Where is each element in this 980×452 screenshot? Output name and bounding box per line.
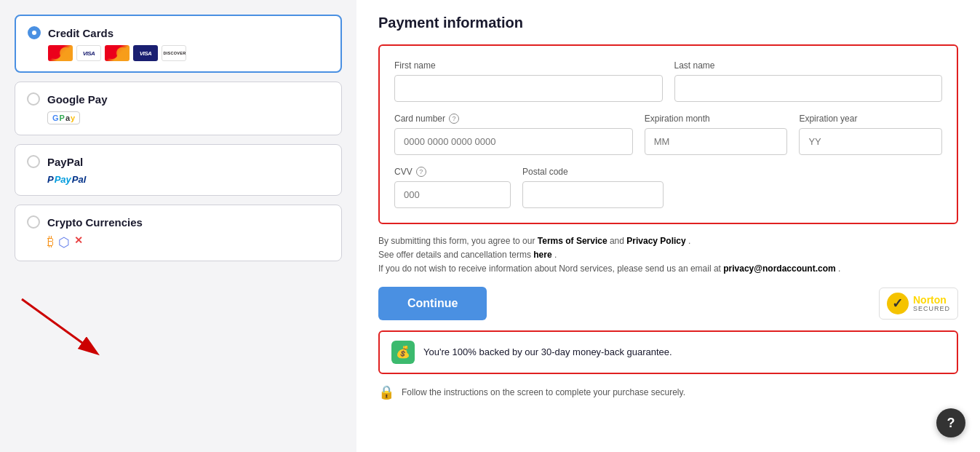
card-number-label: Card number ? bbox=[394, 114, 633, 124]
disclaimer: By submitting this form, you agree to ou… bbox=[378, 234, 958, 277]
cvv-input[interactable] bbox=[394, 181, 511, 208]
follow-text: Follow the instructions on the screen to… bbox=[402, 387, 685, 397]
postal-label: Postal code bbox=[522, 167, 664, 177]
first-name-input[interactable] bbox=[394, 75, 663, 102]
continue-row: Continue ✓ Norton SECURED bbox=[378, 287, 958, 320]
google-pay-label: Google Pay bbox=[47, 93, 108, 106]
option-header-google-pay: Google Pay bbox=[27, 92, 330, 106]
lock-icon: 🔒 bbox=[378, 384, 394, 400]
svg-line-1 bbox=[22, 299, 87, 346]
paypal-label: PayPal bbox=[47, 156, 83, 168]
xrp-icon: ✕ bbox=[74, 234, 83, 250]
ethereum-icon: ⬡ bbox=[58, 234, 70, 250]
expiration-year-group: Expiration year bbox=[799, 114, 942, 155]
gpay-badge: GPay bbox=[47, 111, 80, 124]
norton-check-icon: ✓ bbox=[887, 293, 909, 314]
visa-white-icon: VISA bbox=[76, 45, 101, 61]
right-panel: Payment information First name Last name… bbox=[356, 0, 980, 452]
payment-option-credit-cards[interactable]: Credit Cards VISA VISA bbox=[15, 15, 342, 73]
cvv-group: CVV ? bbox=[394, 167, 511, 208]
bitcoin-icon: ₿ bbox=[47, 234, 54, 250]
radio-crypto[interactable] bbox=[27, 215, 40, 229]
follow-row: 🔒 Follow the instructions on the screen … bbox=[378, 384, 958, 400]
last-name-label: Last name bbox=[674, 60, 943, 71]
guarantee-text: You're 100% backed by our 30-day money-b… bbox=[423, 346, 672, 357]
expiration-month-label: Expiration month bbox=[645, 114, 788, 124]
card-number-group: Card number ? bbox=[394, 114, 633, 155]
arrow-icon bbox=[15, 292, 109, 357]
radio-paypal[interactable] bbox=[27, 155, 40, 168]
privacy-link[interactable]: Privacy Policy bbox=[626, 236, 685, 246]
page-title: Payment information bbox=[378, 15, 958, 31]
email-link[interactable]: privacy@nordaccount.com bbox=[723, 263, 835, 274]
continue-button[interactable]: Continue bbox=[378, 287, 487, 320]
name-row: First name Last name bbox=[394, 60, 942, 102]
payment-form-box: First name Last name Card number ? bbox=[378, 44, 958, 224]
payment-option-crypto[interactable]: Crypto Currencies ₿ ⬡ ✕ bbox=[15, 205, 342, 261]
page-wrapper: Credit Cards VISA VISA bbox=[0, 0, 980, 452]
help-button[interactable]: ? bbox=[936, 408, 965, 437]
mastercard2-icon bbox=[105, 45, 130, 61]
expiration-year-input[interactable] bbox=[799, 128, 942, 155]
last-name-input[interactable] bbox=[674, 75, 943, 102]
guarantee-box: 💰 You're 100% backed by our 30-day money… bbox=[378, 330, 958, 374]
crypto-label: Crypto Currencies bbox=[47, 216, 143, 229]
first-name-label: First name bbox=[394, 60, 663, 71]
cvv-row: CVV ? Postal code bbox=[394, 167, 942, 208]
here-link[interactable]: here bbox=[533, 250, 551, 260]
mastercard-icon bbox=[48, 45, 73, 61]
left-panel: Credit Cards VISA VISA bbox=[0, 0, 356, 452]
spacer bbox=[675, 167, 942, 208]
option-header-paypal: PayPal bbox=[27, 155, 330, 168]
visa-blue-icon: VISA bbox=[133, 45, 158, 61]
crypto-icons: ₿ ⬡ ✕ bbox=[47, 234, 330, 250]
radio-credit-cards[interactable] bbox=[28, 26, 41, 39]
credit-cards-label: Credit Cards bbox=[48, 27, 113, 39]
expiration-month-input[interactable] bbox=[645, 128, 788, 155]
terms-link[interactable]: Terms of Service bbox=[538, 236, 607, 246]
card-number-help-icon[interactable]: ? bbox=[449, 114, 459, 124]
arrow-area bbox=[15, 292, 342, 360]
expiration-year-label: Expiration year bbox=[799, 114, 942, 124]
payment-option-paypal[interactable]: PayPal PPayPal bbox=[15, 144, 342, 196]
payment-option-google-pay[interactable]: Google Pay GPay bbox=[15, 82, 342, 135]
paypal-logo: PPayPal bbox=[47, 174, 330, 185]
shield-icon: 💰 bbox=[391, 341, 415, 364]
option-header-crypto: Crypto Currencies bbox=[27, 215, 330, 229]
last-name-group: Last name bbox=[674, 60, 943, 102]
discover-icon: DISCOVER bbox=[162, 45, 186, 61]
norton-badge: ✓ Norton SECURED bbox=[879, 288, 958, 320]
expiration-month-group: Expiration month bbox=[645, 114, 788, 155]
first-name-group: First name bbox=[394, 60, 663, 102]
postal-group: Postal code bbox=[522, 167, 664, 208]
cvv-label: CVV ? bbox=[394, 167, 511, 177]
card-row: Card number ? Expiration month Expiratio… bbox=[394, 114, 942, 155]
card-number-input[interactable] bbox=[394, 128, 633, 155]
norton-text: Norton SECURED bbox=[913, 295, 950, 312]
radio-google-pay[interactable] bbox=[27, 92, 40, 106]
postal-input[interactable] bbox=[522, 181, 664, 208]
cvv-help-icon[interactable]: ? bbox=[416, 167, 426, 177]
option-header-credit-cards: Credit Cards bbox=[28, 26, 329, 39]
credit-card-icons: VISA VISA DISCOVER bbox=[48, 45, 329, 61]
